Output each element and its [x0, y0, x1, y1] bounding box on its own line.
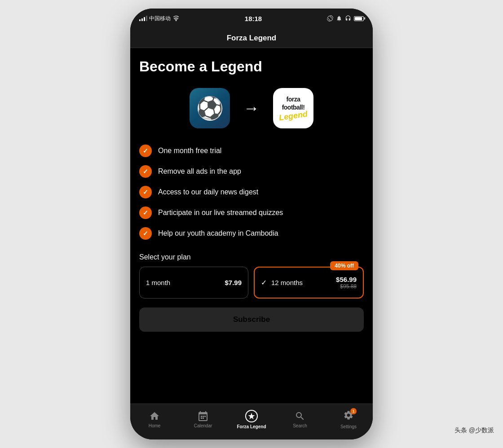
discount-badge: 40% off — [330, 261, 358, 270]
alarm-icon — [336, 15, 342, 22]
tab-bar: Home Calendar — [130, 404, 373, 439]
feature-item-4: ✓ Participate in our live streamed quizz… — [139, 206, 364, 219]
check-icon-2: ✓ — [139, 165, 152, 178]
plan-section-label: Select your plan — [139, 253, 364, 261]
tab-home-label: Home — [149, 423, 161, 428]
forza-legend-tab-icon — [245, 410, 258, 422]
settings-icon-wrapper: 1 — [343, 410, 354, 422]
search-icon — [295, 411, 305, 422]
feature-list: ✓ One month free trial ✓ Remove all ads … — [139, 145, 364, 240]
check-icon-3: ✓ — [139, 186, 152, 198]
status-time: 18:18 — [245, 15, 262, 22]
headline-wrapper: Become a Legend — [139, 59, 364, 75]
status-right — [327, 15, 364, 22]
watermark: 头条 @少数派 — [454, 426, 494, 435]
forza-football-icon — [190, 88, 230, 128]
svg-rect-4 — [203, 417, 204, 419]
feature-item-5: ✓ Help our youth academy in Cambodia — [139, 227, 364, 240]
tab-home[interactable]: Home — [130, 411, 179, 428]
yearly-plan-card[interactable]: 40% off ✓ 12 months $56.99 $95.88 — [254, 267, 364, 299]
plans-row: 1 month $7.99 40% off ✓ 12 months $56.99… — [139, 267, 364, 299]
settings-badge: 1 — [350, 408, 357, 414]
wifi-icon — [172, 16, 180, 21]
carrier-label: 中国移动 — [149, 15, 171, 22]
tab-forza-legend[interactable]: Forza Legend — [227, 410, 276, 429]
plan-selected-check: ✓ — [261, 278, 267, 287]
monthly-plan-duration: 1 month — [146, 279, 170, 286]
subscribe-button[interactable]: Subscribe — [139, 307, 364, 332]
feature-item-1: ✓ One month free trial — [139, 145, 364, 157]
feature-text-4: Participate in our live streamed quizzes — [158, 209, 283, 217]
battery-icon — [354, 16, 364, 21]
main-content: Become a Legend → forza football! Legend — [130, 48, 373, 404]
check-icon-4: ✓ — [139, 206, 152, 219]
svg-rect-0 — [201, 416, 202, 417]
feature-item-2: ✓ Remove all ads in the app — [139, 165, 364, 178]
subscribe-area: Subscribe — [139, 307, 364, 336]
yearly-plan-original-price: $95.88 — [336, 283, 357, 290]
headline-text: Become a Legend — [139, 59, 262, 75]
status-left: 中国移动 — [139, 15, 180, 22]
yearly-price-wrapper: $56.99 $95.88 — [336, 276, 357, 290]
screen-rotate-icon — [327, 15, 333, 22]
calendar-icon — [198, 411, 208, 422]
plan-section: Select your plan 1 month $7.99 40% off ✓… — [139, 253, 364, 299]
feature-text-5: Help our youth academy in Cambodia — [158, 229, 278, 237]
nav-title: Forza Legend — [227, 34, 277, 43]
tab-search-label: Search — [293, 423, 307, 428]
feature-text-1: One month free trial — [158, 147, 221, 155]
svg-rect-1 — [203, 416, 204, 417]
home-icon — [149, 411, 160, 422]
monthly-plan-price: $7.99 — [225, 279, 242, 286]
legend-forza-label: forza — [279, 95, 308, 103]
app-icons-row: → forza football! Legend — [139, 88, 364, 128]
navigation-bar: Forza Legend — [130, 28, 373, 48]
tab-settings[interactable]: 1 Settings — [324, 410, 373, 429]
tab-calendar[interactable]: Calendar — [179, 411, 227, 428]
outer-wrapper: 中国移动 18:18 — [0, 0, 503, 448]
check-icon-1: ✓ — [139, 145, 152, 157]
tab-settings-label: Settings — [340, 424, 357, 429]
soccer-ball — [198, 96, 222, 121]
yearly-plan-duration: 12 months — [271, 279, 303, 286]
status-bar: 中国移动 18:18 — [130, 9, 373, 28]
tab-search[interactable]: Search — [276, 411, 324, 428]
check-icon-5: ✓ — [139, 227, 152, 240]
arrow-icon: → — [243, 99, 260, 118]
monthly-plan-card[interactable]: 1 month $7.99 — [139, 267, 248, 299]
signal-icon — [139, 16, 147, 21]
tab-forza-legend-label: Forza Legend — [237, 424, 266, 429]
feature-item-3: ✓ Access to our daily news digest — [139, 186, 364, 198]
svg-rect-2 — [204, 416, 206, 417]
headphone-icon — [345, 15, 351, 22]
svg-rect-3 — [201, 417, 202, 419]
forza-legend-app-icon: forza football! Legend — [273, 88, 313, 128]
tab-calendar-label: Calendar — [194, 423, 212, 428]
yearly-plan-price: $56.99 — [336, 276, 357, 283]
phone-frame: 中国移动 18:18 — [130, 9, 373, 439]
feature-text-2: Remove all ads in the app — [158, 167, 241, 176]
feature-text-3: Access to our daily news digest — [158, 188, 258, 196]
